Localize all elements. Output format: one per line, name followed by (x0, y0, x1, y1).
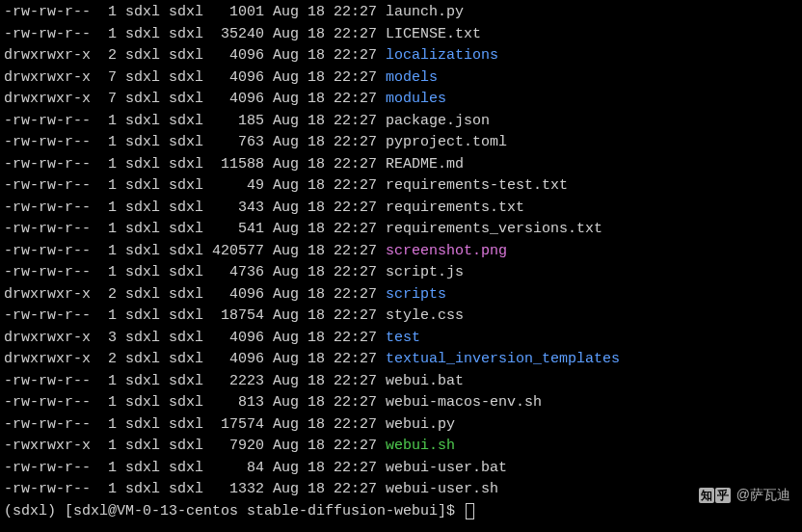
listing-row: -rw-rw-r--1sdxlsdxl1332Aug1822:27webui-u… (4, 479, 798, 501)
file-name: test (386, 328, 420, 350)
file-day: 18 (307, 67, 325, 90)
file-links: 7 (99, 67, 117, 90)
file-permissions: drwxrwxr-x (4, 89, 91, 111)
file-permissions: -rw-rw-r-- (4, 262, 91, 284)
file-size: 1332 (212, 479, 264, 501)
file-day: 18 (307, 175, 325, 198)
file-group: sdxl (169, 175, 203, 198)
file-day: 18 (307, 219, 325, 241)
file-size: 4096 (212, 349, 264, 371)
file-time: 22:27 (334, 371, 377, 393)
file-day: 18 (307, 349, 325, 371)
file-size: 1001 (212, 2, 264, 24)
listing-row: drwxrwxr-x2sdxlsdxl4096Aug1822:27localiz… (4, 45, 798, 67)
watermark-logo-char: 乎 (715, 488, 731, 503)
file-day: 18 (307, 132, 325, 154)
file-owner: sdxl (125, 67, 160, 90)
file-permissions: -rwxrwxr-x (4, 436, 91, 458)
file-day: 18 (307, 241, 325, 263)
listing-row: -rw-rw-r--1sdxlsdxl11588Aug1822:27README… (4, 154, 798, 176)
file-month: Aug (273, 392, 299, 414)
file-group: sdxl (169, 284, 203, 306)
file-links: 1 (99, 154, 117, 176)
file-name: LICENSE.txt (386, 24, 481, 46)
file-owner: sdxl (125, 219, 160, 241)
file-time: 22:27 (334, 349, 377, 371)
file-size: 17574 (212, 414, 264, 437)
listing-row: -rw-rw-r--1sdxlsdxl35240Aug1822:27LICENS… (4, 24, 798, 46)
file-time: 22:27 (334, 111, 377, 133)
file-month: Aug (273, 111, 299, 133)
listing-row: -rw-rw-r--1sdxlsdxl420577Aug1822:27scree… (4, 241, 798, 263)
file-permissions: -rw-rw-r-- (4, 371, 91, 393)
file-links: 3 (99, 328, 117, 350)
file-day: 18 (307, 262, 325, 284)
file-day: 18 (307, 284, 325, 306)
file-group: sdxl (169, 111, 203, 133)
file-owner: sdxl (125, 284, 160, 306)
listing-row: -rw-rw-r--1sdxlsdxl343Aug1822:27requirem… (4, 198, 798, 220)
file-group: sdxl (169, 262, 203, 284)
file-owner: sdxl (125, 328, 160, 350)
file-group: sdxl (169, 198, 203, 220)
file-day: 18 (307, 24, 325, 46)
file-group: sdxl (169, 371, 203, 393)
file-group: sdxl (169, 479, 203, 501)
file-name: requirements.txt (386, 198, 524, 220)
file-owner: sdxl (125, 262, 160, 284)
file-links: 2 (99, 284, 117, 306)
file-day: 18 (307, 436, 325, 458)
file-day: 18 (307, 328, 325, 350)
file-size: 343 (212, 198, 264, 220)
file-month: Aug (273, 24, 299, 46)
shell-prompt-line[interactable]: (sdxl) [sdxl@VM-0-13-centos stable-diffu… (4, 501, 798, 523)
listing-row: -rw-rw-r--1sdxlsdxl2223Aug1822:27webui.b… (4, 371, 798, 393)
listing-row: -rw-rw-r--1sdxlsdxl185Aug1822:27package.… (4, 111, 798, 133)
file-time: 22:27 (334, 262, 377, 284)
file-month: Aug (273, 241, 299, 263)
file-name: textual_inversion_templates (386, 349, 620, 371)
file-owner: sdxl (125, 306, 160, 328)
file-group: sdxl (169, 458, 203, 480)
file-month: Aug (273, 458, 299, 480)
file-permissions: drwxrwxr-x (4, 349, 91, 371)
file-month: Aug (273, 436, 299, 458)
file-group: sdxl (169, 392, 203, 414)
file-permissions: -rw-rw-r-- (4, 479, 91, 501)
file-name: webui.py (386, 414, 455, 437)
file-name: script.js (386, 262, 464, 284)
file-size: 18754 (212, 306, 264, 328)
listing-row: -rwxrwxr-x1sdxlsdxl7920Aug1822:27webui.s… (4, 436, 798, 458)
file-permissions: -rw-rw-r-- (4, 132, 91, 154)
file-owner: sdxl (125, 479, 160, 501)
file-listing: -rw-rw-r--1sdxlsdxl1001Aug1822:27launch.… (4, 2, 798, 501)
file-size: 4096 (212, 284, 264, 306)
file-links: 1 (99, 436, 117, 458)
cursor-icon (466, 503, 474, 519)
file-day: 18 (307, 479, 325, 501)
file-name: launch.py (386, 2, 464, 24)
file-group: sdxl (169, 45, 203, 67)
file-time: 22:27 (334, 241, 377, 263)
file-time: 22:27 (334, 2, 377, 24)
listing-row: -rw-rw-r--1sdxlsdxl84Aug1822:27webui-use… (4, 458, 798, 480)
file-permissions: -rw-rw-r-- (4, 219, 91, 241)
listing-row: drwxrwxr-x3sdxlsdxl4096Aug1822:27test (4, 328, 798, 350)
file-owner: sdxl (125, 392, 160, 414)
file-permissions: -rw-rw-r-- (4, 392, 91, 414)
file-month: Aug (273, 132, 299, 154)
file-name: README.md (386, 154, 464, 176)
file-links: 1 (99, 241, 117, 263)
file-group: sdxl (169, 89, 203, 111)
listing-row: -rw-rw-r--1sdxlsdxl763Aug1822:27pyprojec… (4, 132, 798, 154)
file-size: 4096 (212, 328, 264, 350)
listing-row: -rw-rw-r--1sdxlsdxl17574Aug1822:27webui.… (4, 414, 798, 437)
listing-row: drwxrwxr-x7sdxlsdxl4096Aug1822:27models (4, 67, 798, 90)
file-links: 1 (99, 198, 117, 220)
file-day: 18 (307, 154, 325, 176)
file-month: Aug (273, 371, 299, 393)
file-links: 1 (99, 392, 117, 414)
file-month: Aug (273, 262, 299, 284)
file-group: sdxl (169, 154, 203, 176)
file-owner: sdxl (125, 2, 160, 24)
